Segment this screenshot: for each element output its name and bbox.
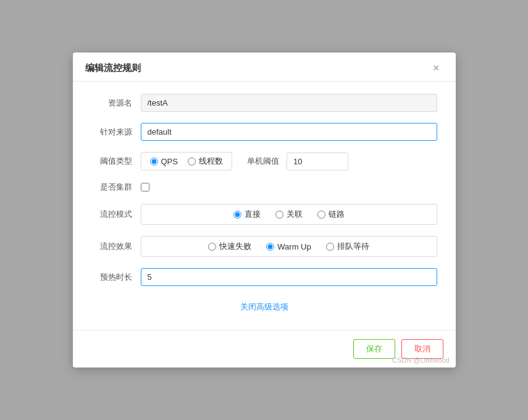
source-label: 针对来源 — [91, 127, 141, 138]
dialog-title: 编辑流控规则 — [85, 62, 141, 74]
flow-effect-row: 流控效果 快速失败 Warm Up 排队等待 — [91, 236, 437, 257]
preheat-label: 预热时长 — [91, 272, 141, 283]
flow-mode-row: 流控模式 直接 关联 链路 — [91, 204, 437, 225]
threshold-qps-label: QPS — [161, 157, 178, 166]
threshold-qps-option[interactable]: QPS — [150, 157, 178, 166]
flow-effect-fail-label: 快速失败 — [219, 241, 251, 252]
cluster-checkbox[interactable] — [141, 183, 149, 191]
flow-mode-relate-label: 关联 — [287, 209, 303, 220]
flow-mode-control: 直接 关联 链路 — [141, 204, 437, 225]
threshold-thread-option[interactable]: 线程数 — [188, 156, 223, 167]
watermark: CSDN @Littewood — [392, 356, 449, 364]
dialog-header: 编辑流控规则 × — [73, 52, 456, 82]
flow-mode-direct-label: 直接 — [245, 209, 261, 220]
preheat-row: 预热时长 — [91, 268, 437, 286]
close-button[interactable]: × — [429, 61, 443, 75]
threshold-thread-radio[interactable] — [188, 158, 196, 166]
flow-effect-fail-option[interactable]: 快速失败 — [208, 241, 251, 252]
preheat-control — [141, 268, 437, 286]
close-advanced-link[interactable]: 关闭高级选项 — [240, 302, 288, 311]
flow-effect-queue-option[interactable]: 排队等待 — [326, 241, 369, 252]
flow-mode-chain-option[interactable]: 链路 — [317, 209, 345, 220]
flow-mode-direct-option[interactable]: 直接 — [233, 209, 261, 220]
flow-mode-relate-option[interactable]: 关联 — [275, 209, 303, 220]
flow-mode-chain-radio[interactable] — [317, 211, 325, 219]
flow-effect-warmup-label: Warm Up — [277, 242, 311, 251]
threshold-type-radio-group: QPS 线程数 — [141, 152, 232, 170]
cluster-label: 是否集群 — [91, 182, 141, 193]
cluster-control — [141, 183, 437, 191]
flow-mode-relate-radio[interactable] — [275, 211, 283, 219]
flow-effect-label: 流控效果 — [91, 241, 141, 252]
threshold-row: 阈值类型 QPS 线程数 单机阈值 — [91, 152, 437, 170]
flow-effect-control: 快速失败 Warm Up 排队等待 — [141, 236, 437, 257]
cluster-row: 是否集群 — [91, 182, 437, 193]
close-advanced-section: 关闭高级选项 — [91, 297, 437, 320]
flow-effect-fail-radio[interactable] — [208, 243, 216, 251]
dialog-body: 资源名 针对来源 阈值类型 QPS — [73, 82, 456, 326]
save-button[interactable]: 保存 — [353, 339, 395, 359]
flow-effect-warmup-radio[interactable] — [266, 243, 274, 251]
single-threshold-label: 单机阈值 — [247, 156, 279, 167]
resource-label: 资源名 — [91, 98, 141, 109]
resource-control — [141, 94, 437, 112]
threshold-qps-radio[interactable] — [150, 158, 158, 166]
threshold-thread-label: 线程数 — [199, 156, 223, 167]
threshold-type-label: 阈值类型 — [91, 156, 141, 167]
dialog: 编辑流控规则 × 资源名 针对来源 阈值类型 — [73, 52, 456, 368]
flow-effect-warmup-option[interactable]: Warm Up — [266, 242, 311, 251]
flow-mode-label: 流控模式 — [91, 209, 141, 220]
source-control — [141, 123, 437, 141]
flow-effect-radio-group: 快速失败 Warm Up 排队等待 — [141, 236, 437, 257]
preheat-input[interactable] — [141, 268, 437, 286]
source-row: 针对来源 — [91, 123, 437, 141]
flow-mode-radio-group: 直接 关联 链路 — [141, 204, 437, 225]
flow-effect-queue-radio[interactable] — [326, 243, 334, 251]
flow-mode-direct-radio[interactable] — [233, 211, 241, 219]
single-threshold-input[interactable] — [287, 153, 348, 170]
resource-input[interactable] — [141, 94, 437, 112]
source-input[interactable] — [141, 123, 437, 141]
flow-mode-chain-label: 链路 — [329, 209, 345, 220]
overlay: 编辑流控规则 × 资源名 针对来源 阈值类型 — [0, 0, 528, 420]
resource-row: 资源名 — [91, 94, 437, 112]
flow-effect-queue-label: 排队等待 — [337, 241, 369, 252]
